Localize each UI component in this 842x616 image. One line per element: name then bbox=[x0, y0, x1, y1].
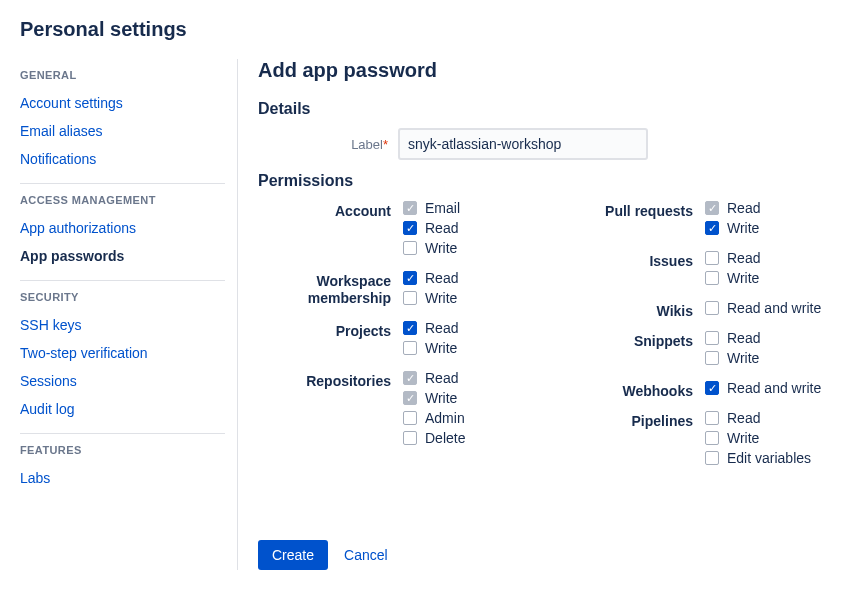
perm-group-snippets: SnippetsReadWrite bbox=[560, 330, 822, 370]
sidebar-item-audit-log[interactable]: Audit log bbox=[20, 395, 225, 423]
perm-group-label: Webhooks bbox=[560, 380, 705, 400]
perm-option-label: Write bbox=[727, 430, 759, 446]
perm-option: Write bbox=[403, 340, 520, 356]
perm-group-label: Snippets bbox=[560, 330, 705, 370]
sidebar-item-two-step-verification[interactable]: Two-step verification bbox=[20, 339, 225, 367]
sidebar-item-sessions[interactable]: Sessions bbox=[20, 367, 225, 395]
perm-option-label: Read and write bbox=[727, 300, 821, 316]
perm-group-label: Pipelines bbox=[560, 410, 705, 470]
check-icon: ✓ bbox=[406, 273, 415, 284]
sidebar-divider bbox=[20, 433, 225, 434]
check-icon: ✓ bbox=[406, 373, 415, 384]
checkbox-read-and-write[interactable]: ✓ bbox=[705, 381, 719, 395]
sidebar-item-account-settings[interactable]: Account settings bbox=[20, 89, 225, 117]
check-icon: ✓ bbox=[406, 323, 415, 334]
checkbox-write: ✓ bbox=[403, 391, 417, 405]
perm-option: Read bbox=[705, 330, 822, 346]
perm-option-label: Write bbox=[727, 350, 759, 366]
label-input[interactable] bbox=[398, 128, 648, 160]
perm-group-label: Projects bbox=[258, 320, 403, 360]
perm-option: ✓Read bbox=[403, 220, 520, 236]
check-icon: ✓ bbox=[406, 393, 415, 404]
perm-option: Read bbox=[705, 410, 822, 426]
checkbox-write[interactable] bbox=[705, 431, 719, 445]
perm-option: Write bbox=[403, 240, 520, 256]
perm-group-webhooks: Webhooks✓Read and write bbox=[560, 380, 822, 400]
sidebar-item-app-passwords[interactable]: App passwords bbox=[20, 242, 225, 270]
perm-option-label: Write bbox=[727, 220, 759, 236]
perm-option-label: Write bbox=[425, 340, 457, 356]
main-title: Add app password bbox=[258, 59, 822, 82]
perm-group-label: Issues bbox=[560, 250, 705, 290]
perm-option: ✓Write bbox=[705, 220, 822, 236]
sidebar-divider bbox=[20, 280, 225, 281]
perm-group-repositories: Repositories✓Read✓WriteAdminDelete bbox=[258, 370, 520, 450]
permissions-heading: Permissions bbox=[258, 172, 822, 190]
sidebar-item-notifications[interactable]: Notifications bbox=[20, 145, 225, 173]
checkbox-read[interactable]: ✓ bbox=[403, 271, 417, 285]
main-content: Add app password Details Label* Permissi… bbox=[238, 59, 822, 570]
perm-group-workspace-membership: Workspace membership✓ReadWrite bbox=[258, 270, 520, 310]
checkbox-delete[interactable] bbox=[403, 431, 417, 445]
perm-option-label: Edit variables bbox=[727, 450, 811, 466]
page-title: Personal settings bbox=[20, 18, 822, 41]
perm-option-label: Read bbox=[727, 330, 760, 346]
perm-option: ✓Read and write bbox=[705, 380, 822, 396]
checkbox-edit-variables[interactable] bbox=[705, 451, 719, 465]
perm-option-label: Read bbox=[727, 250, 760, 266]
checkbox-write[interactable] bbox=[705, 271, 719, 285]
perm-option-label: Write bbox=[425, 390, 457, 406]
sidebar-item-app-authorizations[interactable]: App authorizations bbox=[20, 214, 225, 242]
perm-option-label: Read bbox=[425, 320, 458, 336]
checkbox-read[interactable] bbox=[705, 331, 719, 345]
checkbox-read[interactable]: ✓ bbox=[403, 321, 417, 335]
check-icon: ✓ bbox=[708, 203, 717, 214]
perm-group-projects: Projects✓ReadWrite bbox=[258, 320, 520, 360]
perm-option: ✓Read bbox=[403, 270, 520, 286]
checkbox-read-and-write[interactable] bbox=[705, 301, 719, 315]
checkbox-read[interactable] bbox=[705, 411, 719, 425]
perm-option-label: Write bbox=[727, 270, 759, 286]
perm-group-label: Pull requests bbox=[560, 200, 705, 240]
perm-option: ✓Read bbox=[705, 200, 822, 216]
sidebar-item-labs[interactable]: Labs bbox=[20, 464, 225, 492]
check-icon: ✓ bbox=[406, 223, 415, 234]
perm-option-label: Read and write bbox=[727, 380, 821, 396]
perm-option: Write bbox=[705, 270, 822, 286]
perm-option-label: Read bbox=[425, 220, 458, 236]
sidebar-section-heading: ACCESS MANAGEMENT bbox=[20, 194, 225, 206]
checkbox-email: ✓ bbox=[403, 201, 417, 215]
perm-group-label: Wikis bbox=[560, 300, 705, 320]
checkbox-read[interactable]: ✓ bbox=[403, 221, 417, 235]
checkbox-write[interactable]: ✓ bbox=[705, 221, 719, 235]
create-button[interactable]: Create bbox=[258, 540, 328, 570]
checkbox-write[interactable] bbox=[403, 341, 417, 355]
cancel-button[interactable]: Cancel bbox=[344, 547, 388, 563]
perm-option-label: Delete bbox=[425, 430, 465, 446]
perm-option: Read and write bbox=[705, 300, 822, 316]
checkbox-write[interactable] bbox=[403, 291, 417, 305]
perm-option-label: Admin bbox=[425, 410, 465, 426]
perm-option-label: Write bbox=[425, 290, 457, 306]
checkbox-admin[interactable] bbox=[403, 411, 417, 425]
checkbox-read: ✓ bbox=[705, 201, 719, 215]
checkbox-write[interactable] bbox=[705, 351, 719, 365]
perm-option: ✓Write bbox=[403, 390, 520, 406]
check-icon: ✓ bbox=[708, 223, 717, 234]
sidebar-divider bbox=[20, 183, 225, 184]
perm-option-label: Read bbox=[425, 270, 458, 286]
checkbox-read[interactable] bbox=[705, 251, 719, 265]
label-field-label: Label* bbox=[258, 137, 398, 152]
sidebar-section-heading: SECURITY bbox=[20, 291, 225, 303]
sidebar-item-email-aliases[interactable]: Email aliases bbox=[20, 117, 225, 145]
perm-option-label: Read bbox=[425, 370, 458, 386]
perm-option: ✓Email bbox=[403, 200, 520, 216]
perm-option: Read bbox=[705, 250, 822, 266]
sidebar-item-ssh-keys[interactable]: SSH keys bbox=[20, 311, 225, 339]
perm-group-label: Workspace membership bbox=[258, 270, 403, 310]
perm-option: Delete bbox=[403, 430, 520, 446]
checkbox-write[interactable] bbox=[403, 241, 417, 255]
perm-option: Write bbox=[705, 430, 822, 446]
perm-group-account: Account✓Email✓ReadWrite bbox=[258, 200, 520, 260]
sidebar: GENERALAccount settingsEmail aliasesNoti… bbox=[20, 59, 238, 570]
